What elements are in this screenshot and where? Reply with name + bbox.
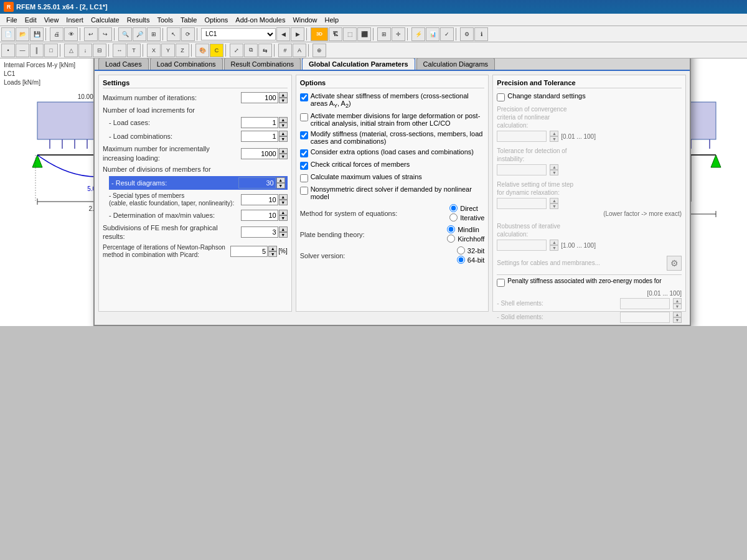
tb-check[interactable]: ✓ xyxy=(440,27,454,41)
radio-direct-input[interactable] xyxy=(449,204,458,212)
cb-critical-forces-input[interactable] xyxy=(300,162,308,170)
tb2-node[interactable]: • xyxy=(1,44,15,57)
cb-modify-stiffness-input[interactable] xyxy=(300,131,308,139)
menu-addon[interactable]: Add-on Modules xyxy=(232,15,289,25)
menu-window[interactable]: Window xyxy=(289,15,321,25)
tb2-number[interactable]: # xyxy=(278,44,292,57)
tb2-member[interactable]: ║ xyxy=(30,44,44,57)
tb-model[interactable]: 🏗 xyxy=(329,27,342,41)
menu-view[interactable]: View xyxy=(40,15,63,25)
spin-special-members[interactable]: ▲▼ xyxy=(279,194,288,205)
spin-maxmin[interactable]: ▲▼ xyxy=(279,210,288,221)
tb-shade[interactable]: ⬛ xyxy=(357,27,371,41)
menu-table[interactable]: Table xyxy=(177,15,200,25)
cb-nonsymmetric-input[interactable] xyxy=(300,187,308,195)
tab-global-calc[interactable]: Global Calculation Parameters xyxy=(302,58,415,70)
tb2-render[interactable]: 🎨 xyxy=(195,44,209,57)
radio-kirchhoff-input[interactable] xyxy=(447,235,455,243)
work-area: Internal Forces M-y [kNm] LC1 Loads [kN/… xyxy=(0,58,747,326)
menu-file[interactable]: File xyxy=(2,15,21,25)
cb-shear-stiffness-input[interactable] xyxy=(300,93,308,101)
cb-penalty-input[interactable] xyxy=(497,279,505,287)
tab-load-cases[interactable]: Load Cases xyxy=(98,58,149,70)
tb2-mirror[interactable]: ⇆ xyxy=(258,44,272,57)
menu-insert[interactable]: Insert xyxy=(62,15,87,25)
spin-subdivisions[interactable]: ▲▼ xyxy=(279,226,288,238)
spin-max-inc[interactable]: ▲▼ xyxy=(279,148,288,159)
tb2-view-z[interactable]: Z xyxy=(176,44,189,57)
menu-options[interactable]: Options xyxy=(200,15,232,25)
tb-open[interactable]: 📂 xyxy=(16,27,29,41)
tb2-label[interactable]: A xyxy=(293,44,306,57)
spin-load-cases-inc[interactable]: ▲▼ xyxy=(279,117,288,128)
menu-tools[interactable]: Tools xyxy=(153,15,177,25)
tb2-view-y[interactable]: Y xyxy=(161,44,175,57)
tb-select[interactable]: ↖ xyxy=(167,27,181,41)
tb2-load[interactable]: ↓ xyxy=(78,44,92,57)
tb-new[interactable]: 📄 xyxy=(1,27,15,41)
radio-iterative-input[interactable] xyxy=(449,213,458,222)
tb2-surface[interactable]: □ xyxy=(44,44,58,57)
tb2-text[interactable]: T xyxy=(127,44,141,57)
input-result-diagrams[interactable] xyxy=(238,177,276,189)
tb-wire[interactable]: ⬚ xyxy=(343,27,357,41)
tb2-copy[interactable]: ⧉ xyxy=(244,44,258,57)
menu-calculate[interactable]: Calculate xyxy=(87,15,123,25)
input-subdivisions[interactable] xyxy=(241,226,278,238)
input-special-members[interactable] xyxy=(241,194,278,205)
cb-extra-options-label: Consider extra options (load cases and c… xyxy=(311,148,474,156)
tb2-dim[interactable]: ↔ xyxy=(113,44,126,57)
spin-result-diagrams[interactable]: ▲▼ xyxy=(276,177,285,189)
tab-result-combinations[interactable]: Result Combinations xyxy=(224,58,301,70)
tb-grid[interactable]: ⊞ xyxy=(377,27,391,41)
tb-snap[interactable]: ✛ xyxy=(392,27,405,41)
tb2-color[interactable]: C xyxy=(210,44,223,57)
tb-next[interactable]: ▶ xyxy=(291,27,304,41)
cb-max-strains-input[interactable] xyxy=(300,174,308,182)
tb2-section[interactable]: ⊕ xyxy=(312,44,326,57)
tb2-support[interactable]: △ xyxy=(64,44,78,57)
tb-print[interactable]: 🖨 xyxy=(50,27,63,41)
cb-max-strains-label: Calculate maximum values of strains xyxy=(311,173,422,180)
tb2-area-load[interactable]: ⊟ xyxy=(93,44,106,57)
input-max-inc[interactable] xyxy=(241,148,278,159)
tab-load-combinations[interactable]: Load Combinations xyxy=(150,58,223,70)
tb-zoom-out[interactable]: 🔎 xyxy=(133,27,146,41)
menu-help[interactable]: Help xyxy=(321,15,343,25)
tb-redo[interactable]: ↪ xyxy=(98,27,112,41)
lc-selector[interactable]: LC1 xyxy=(201,28,276,40)
radio-mindlin-input[interactable] xyxy=(447,225,455,233)
cb-change-std-input[interactable] xyxy=(497,93,505,101)
tb-save[interactable]: 💾 xyxy=(30,27,44,41)
cb-extra-options-input[interactable] xyxy=(300,149,308,157)
spin-load-comb-inc[interactable]: ▲▼ xyxy=(279,131,288,142)
input-maxmin[interactable] xyxy=(241,210,278,221)
tb-preview[interactable]: 👁 xyxy=(64,27,78,41)
menu-edit[interactable]: Edit xyxy=(21,15,40,25)
cb-member-divisions-input[interactable] xyxy=(300,113,308,121)
cables-settings-button[interactable]: ⚙ xyxy=(667,256,682,271)
tb-prev[interactable]: ◀ xyxy=(276,27,290,41)
tb-zoom-in[interactable]: 🔍 xyxy=(118,27,132,41)
tb-undo[interactable]: ↩ xyxy=(84,27,98,41)
input-picard[interactable] xyxy=(230,246,268,257)
tb2-line[interactable]: — xyxy=(16,44,29,57)
tb-info[interactable]: ℹ xyxy=(474,27,488,41)
tb-zoom-fit[interactable]: ⊞ xyxy=(147,27,161,41)
tb-rotate[interactable]: ⟳ xyxy=(181,27,195,41)
tb-calc[interactable]: ⚡ xyxy=(411,27,425,41)
spin-max-iter[interactable]: ▲▼ xyxy=(279,92,288,103)
menu-results[interactable]: Results xyxy=(123,15,154,25)
radio-64bit-input[interactable] xyxy=(457,256,465,264)
radio-32bit-input[interactable] xyxy=(457,246,465,254)
input-load-cases-inc[interactable] xyxy=(241,117,278,128)
tb2-view-x[interactable]: X xyxy=(147,44,161,57)
input-max-iter[interactable] xyxy=(241,92,278,103)
tab-calc-diagrams[interactable]: Calculation Diagrams xyxy=(416,58,496,70)
tb-settings2[interactable]: ⚙ xyxy=(460,27,474,41)
spin-picard[interactable]: ▲▼ xyxy=(268,246,277,257)
tb2-move[interactable]: ⤢ xyxy=(230,44,243,57)
tb-results[interactable]: 📊 xyxy=(426,27,439,41)
tb-3d[interactable]: 3D xyxy=(311,27,328,41)
input-load-comb-inc[interactable] xyxy=(241,131,278,142)
